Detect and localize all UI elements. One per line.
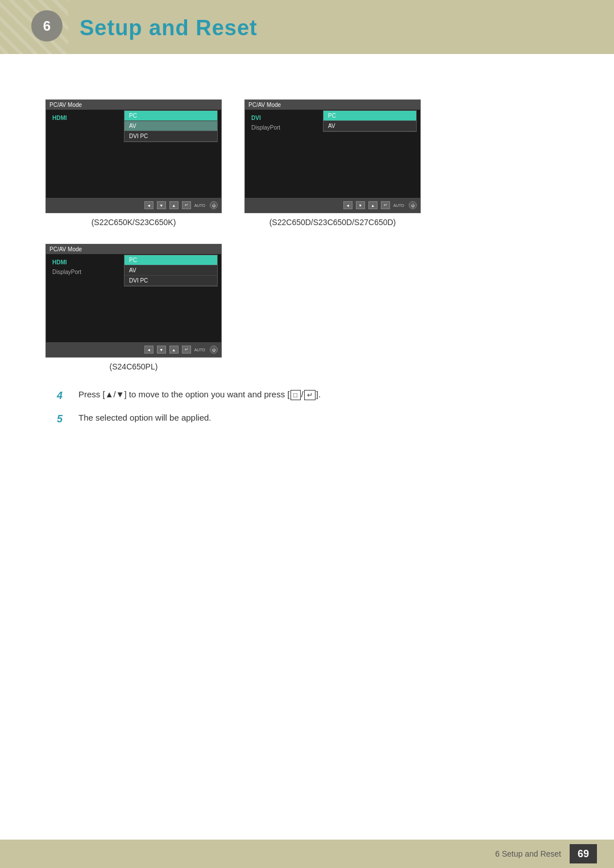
- osd-toolbar-3: ◄ ▼ ▲ ↵ AUTO ⏻: [46, 342, 221, 357]
- instruction-text-4: Press [▲/▼] to move to the option you wa…: [78, 388, 321, 404]
- screenshots-row-1: PC/AV Mode HDMI PC AV DVI PC ◄ ▼: [45, 99, 569, 227]
- osd-toolbar-2: ◄ ▼ ▲ ↵ AUTO ⏻: [245, 198, 420, 213]
- osd-auto-label-2: AUTO: [393, 203, 404, 207]
- monitor-screen-3: PC/AV Mode HDMI DisplayPort PC AV DVI PC: [45, 244, 222, 358]
- key-icon-enter: ↵: [304, 390, 316, 400]
- instruction-item-5: 5 The selected option will be applied.: [57, 412, 569, 427]
- osd-left-items-3: HDMI DisplayPort: [49, 255, 106, 341]
- chapter-number: 6: [31, 10, 63, 41]
- osd-btn-down-2: ▼: [356, 201, 365, 209]
- osd-option-dvipc-3: DVI PC: [125, 276, 217, 286]
- instruction-num-5: 5: [57, 412, 67, 427]
- osd-left-hdmi-1: HDMI: [49, 113, 106, 123]
- instruction-item-4: 4 Press [▲/▼] to move to the option you …: [57, 388, 569, 404]
- osd-btn-down-1: ▼: [157, 201, 166, 209]
- osd-title-bar-3: PC/AV Mode: [46, 244, 221, 254]
- osd-title-bar-1: PC/AV Mode: [46, 100, 221, 110]
- monitor-caption-1: (S22C650K/S23C650K): [92, 218, 176, 227]
- osd-btn-power-3: ⏻: [210, 346, 218, 354]
- osd-toolbar-1: ◄ ▼ ▲ ↵ AUTO ⏻: [46, 198, 221, 213]
- osd-btn-up-1: ▲: [169, 201, 179, 209]
- monitor-caption-3: (S24C650PL): [110, 362, 158, 371]
- monitor-caption-2: (S22C650D/S23C650D/S27C650D): [269, 218, 396, 227]
- osd-menu-2: DVI DisplayPort PC AV: [248, 110, 417, 197]
- osd-btn-enter-3: ↵: [182, 346, 191, 354]
- osd-title-bar-2: PC/AV Mode: [245, 100, 420, 110]
- osd-btn-enter-2: ↵: [381, 201, 390, 209]
- osd-btn-power-1: ⏻: [210, 201, 218, 209]
- key-icon-square: □: [291, 390, 301, 400]
- osd-option-pc-3: PC: [125, 255, 217, 265]
- main-content: PC/AV Mode HDMI PC AV DVI PC ◄ ▼: [0, 54, 614, 458]
- osd-btn-left-3: ◄: [144, 346, 154, 354]
- instructions-list: 4 Press [▲/▼] to move to the option you …: [45, 388, 569, 427]
- osd-left-hdmi-3: HDMI: [49, 258, 106, 267]
- osd-menu-3: HDMI DisplayPort PC AV DVI PC: [49, 255, 218, 341]
- osd-left-dvi-2: DVI: [248, 113, 305, 123]
- osd-option-av-3: AV: [125, 265, 217, 276]
- osd-btn-left-1: ◄: [144, 201, 154, 209]
- osd-left-items-1: HDMI: [49, 110, 106, 197]
- instruction-num-4: 4: [57, 388, 67, 404]
- monitor-block-3: PC/AV Mode HDMI DisplayPort PC AV DVI PC: [45, 244, 222, 371]
- osd-right-panel-3: PC AV DVI PC: [124, 255, 218, 286]
- osd-btn-power-2: ⏻: [409, 201, 417, 209]
- top-bar: 6 Setup and Reset: [0, 0, 614, 54]
- monitor-screen-2: PC/AV Mode DVI DisplayPort PC AV ◄: [244, 99, 421, 213]
- osd-left-dp-2: DisplayPort: [248, 123, 305, 132]
- osd-auto-label-1: AUTO: [194, 203, 205, 207]
- osd-option-dvipc-1: DVI PC: [125, 131, 217, 142]
- osd-right-panel-2: PC AV: [323, 110, 417, 132]
- osd-btn-down-3: ▼: [157, 346, 166, 354]
- osd-btn-left-2: ◄: [343, 201, 352, 209]
- osd-right-panel-1: PC AV DVI PC: [124, 110, 218, 142]
- osd-btn-up-3: ▲: [169, 346, 179, 354]
- monitor-screen-1: PC/AV Mode HDMI PC AV DVI PC ◄ ▼: [45, 99, 222, 213]
- page-title: Setup and Reset: [80, 16, 258, 40]
- osd-option-pc-1: PC: [125, 111, 217, 121]
- footer-page-number: 69: [570, 844, 597, 863]
- osd-auto-label-3: AUTO: [194, 348, 205, 352]
- osd-option-pc-2: PC: [323, 111, 416, 121]
- footer-bar: 6 Setup and Reset 69: [0, 840, 614, 868]
- osd-option-av-2: AV: [323, 121, 416, 131]
- osd-left-items-2: DVI DisplayPort: [248, 110, 305, 197]
- footer-chapter-label: 6 Setup and Reset: [495, 849, 561, 858]
- instruction-text-5: The selected option will be applied.: [78, 412, 211, 427]
- screenshots-row-2: PC/AV Mode HDMI DisplayPort PC AV DVI PC: [45, 244, 569, 371]
- monitor-block-2: PC/AV Mode DVI DisplayPort PC AV ◄: [244, 99, 421, 227]
- osd-option-av-1: AV: [125, 121, 217, 131]
- osd-menu-1: HDMI PC AV DVI PC: [49, 110, 218, 197]
- osd-btn-enter-1: ↵: [182, 201, 191, 209]
- osd-left-dp-3: DisplayPort: [49, 267, 106, 277]
- osd-btn-up-2: ▲: [368, 201, 377, 209]
- monitor-block-1: PC/AV Mode HDMI PC AV DVI PC ◄ ▼: [45, 99, 222, 227]
